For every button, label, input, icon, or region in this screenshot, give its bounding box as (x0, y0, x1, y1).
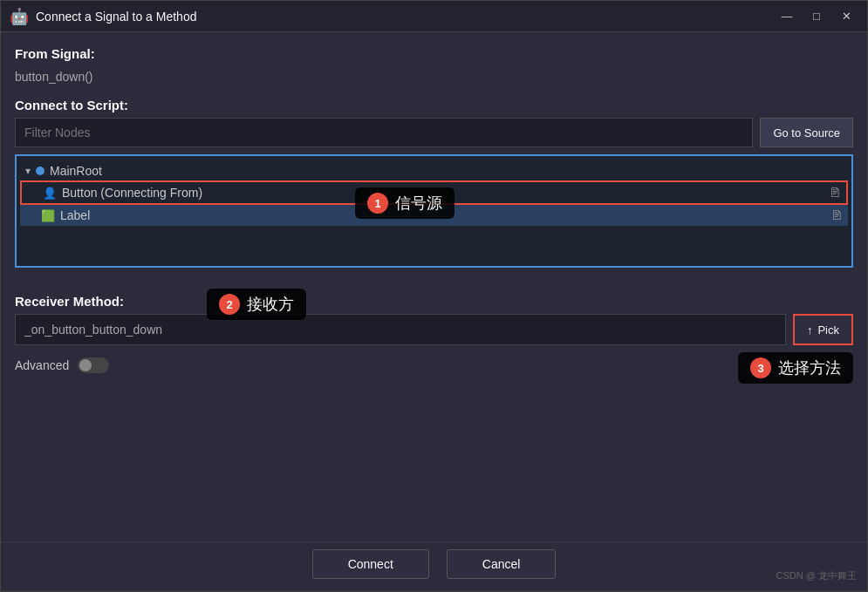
annotation-1-num: 1 (367, 193, 388, 214)
toggle-knob (79, 359, 92, 371)
bottom-bar: Connect Cancel (1, 541, 867, 591)
annotation-2-num: 2 (219, 294, 240, 315)
advanced-label: Advanced (15, 358, 69, 372)
minimize-button[interactable]: — (775, 7, 799, 26)
annotation-1-text: 信号源 (395, 193, 442, 214)
window-title: Connect a Signal to a Method (36, 10, 196, 24)
root-icon (36, 167, 44, 175)
label-node-icon: 🟩 (41, 209, 55, 222)
receiver-method-label: Receiver Method: (15, 294, 124, 309)
label-script-icon: 🖹 (830, 208, 843, 222)
annotation-2: 2 接收方 (207, 289, 306, 320)
tree-arrow: ▾ (25, 165, 31, 177)
maximize-button[interactable]: □ (804, 7, 829, 26)
pick-button[interactable]: ↑ Pick (793, 314, 853, 345)
dialog-content: From Signal: button_down() Connect to Sc… (1, 32, 867, 541)
receiver-label-row: Receiver Method: 2 接收方 (15, 294, 853, 309)
connect-button[interactable]: Connect (312, 549, 429, 579)
tree-root: ▾ MainRoot (20, 161, 848, 180)
pick-label: Pick (817, 323, 839, 337)
from-signal-label: From Signal: (15, 46, 853, 61)
annotation-3-text: 选择方法 (778, 357, 841, 378)
button-script-icon: 🖹 (829, 186, 841, 200)
goto-source-button[interactable]: Go to Source (760, 118, 853, 147)
titlebar: 🤖 Connect a Signal to a Method — □ ✕ (1, 1, 867, 32)
button-node-label: Button (Connecting From) (62, 186, 202, 200)
filter-input[interactable] (15, 118, 753, 147)
button-node-icon: 👤 (43, 187, 57, 200)
pick-icon: ↑ (807, 323, 813, 337)
close-button[interactable]: ✕ (834, 7, 858, 26)
connect-to-script-label: Connect to Script: (15, 98, 853, 112)
tree-root-label: MainRoot (50, 164, 102, 178)
receiver-input-row: ↑ Pick (15, 314, 853, 345)
annotation-3-num: 3 (750, 357, 771, 378)
advanced-row: Advanced 3 选择方法 (15, 357, 853, 373)
node-tree-container: ▾ MainRoot 👤 Button (Connecting From) 🖹 … (15, 154, 853, 294)
from-signal-value: button_down() (15, 66, 853, 87)
receiver-method-input[interactable] (15, 314, 786, 345)
cancel-button[interactable]: Cancel (447, 549, 557, 579)
watermark: CSDN @ 龙中舞王 (776, 569, 857, 582)
filter-row: Go to Source (15, 118, 853, 147)
label-node-label: Label (60, 208, 90, 222)
advanced-toggle[interactable] (78, 357, 109, 373)
main-window: 🤖 Connect a Signal to a Method — □ ✕ Fro… (0, 0, 868, 592)
titlebar-controls: — □ ✕ (775, 7, 858, 26)
annotation-1: 1 信号源 (355, 187, 455, 219)
receiver-section: Receiver Method: 2 接收方 ↑ Pick (15, 294, 853, 350)
annotation-2-text: 接收方 (247, 294, 294, 315)
window-icon: 🤖 (10, 7, 29, 26)
annotation-3: 3 选择方法 (738, 352, 853, 384)
titlebar-left: 🤖 Connect a Signal to a Method (10, 7, 196, 26)
